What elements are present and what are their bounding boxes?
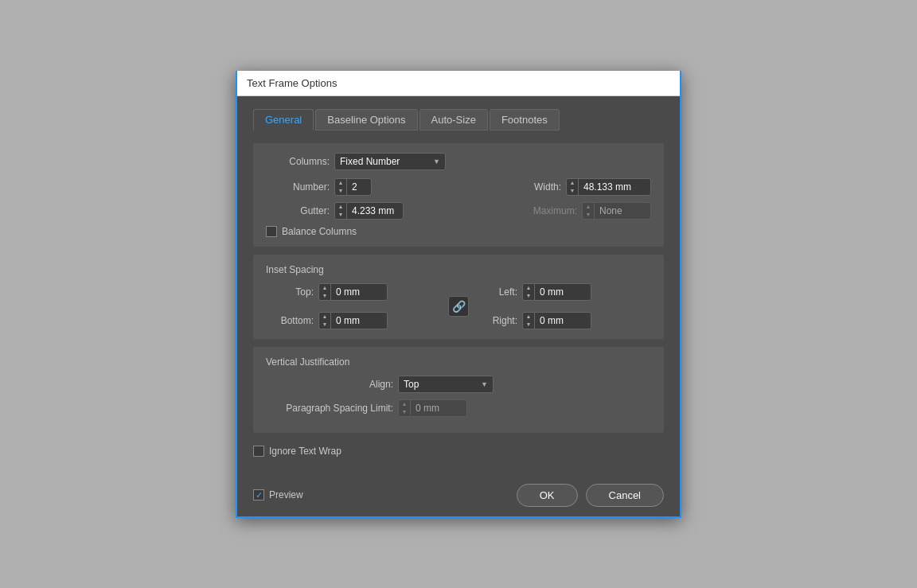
width-up-arrow[interactable]: ▲ [567, 179, 578, 187]
spacing-arrows[interactable]: ▲ ▼ [399, 400, 411, 416]
maximum-spinner[interactable]: ▲ ▼ None [582, 202, 651, 220]
inset-title: Inset Spacing [266, 264, 651, 275]
spacing-input[interactable]: 0 mm [411, 403, 466, 414]
dialog-title: Text Frame Options [247, 77, 337, 89]
spacing-limit-row: Paragraph Spacing Limit: ▲ ▼ 0 mm [266, 399, 651, 417]
number-down-arrow[interactable]: ▼ [335, 187, 346, 195]
gutter-col: Gutter: ▲ ▼ 4.233 mm [266, 202, 458, 220]
preview-section: ✓ Preview [253, 489, 517, 500]
left-spinner[interactable]: ▲ ▼ 0 mm [522, 283, 591, 301]
tab-footnotes[interactable]: Footnotes [490, 109, 560, 130]
spacing-down-arrow[interactable]: ▼ [399, 408, 410, 416]
right-up-arrow[interactable]: ▲ [523, 313, 534, 321]
align-dropdown[interactable]: Top ▼ [398, 376, 494, 393]
bottom-spinner[interactable]: ▲ ▼ 0 mm [318, 312, 388, 329]
top-arrows[interactable]: ▲ ▼ [319, 284, 331, 300]
width-col: Width: ▲ ▼ 48.133 mm [458, 178, 651, 196]
ok-button[interactable]: OK [517, 484, 578, 507]
left-up-arrow[interactable]: ▲ [523, 284, 534, 292]
width-label: Width: [505, 181, 561, 193]
right-row: Right: ▲ ▼ 0 mm [482, 312, 651, 329]
maximum-col: Maximum: ▲ ▼ None [458, 202, 651, 220]
align-chevron-icon: ▼ [481, 380, 488, 388]
align-label: Align: [266, 379, 393, 390]
maximum-arrows[interactable]: ▲ ▼ [583, 203, 595, 219]
columns-dropdown[interactable]: Fixed Number ▼ [334, 153, 446, 170]
chevron-down-icon: ▼ [433, 158, 440, 165]
top-down-arrow[interactable]: ▼ [319, 292, 330, 300]
link-icon[interactable]: 🔗 [448, 296, 469, 317]
align-value: Top [404, 379, 478, 390]
left-input[interactable]: 0 mm [535, 286, 591, 298]
tab-general[interactable]: General [253, 109, 314, 130]
width-spinner[interactable]: ▲ ▼ 48.133 mm [566, 178, 651, 196]
width-input[interactable]: 48.133 mm [579, 181, 650, 193]
bottom-input[interactable]: 0 mm [331, 315, 387, 326]
top-up-arrow[interactable]: ▲ [319, 284, 330, 292]
gutter-input[interactable]: 4.233 mm [347, 205, 403, 216]
bottom-down-arrow[interactable]: ▼ [319, 321, 330, 329]
number-arrows[interactable]: ▲ ▼ [335, 179, 347, 195]
columns-label: Columns: [266, 156, 330, 167]
tab-bar: General Baseline Options Auto-Size Footn… [253, 109, 664, 130]
gutter-maximum-row: Gutter: ▲ ▼ 4.233 mm Maximum: [266, 202, 651, 220]
ignore-wrap-label: Ignore Text Wrap [269, 446, 341, 457]
bottom-row: Bottom: ▲ ▼ 0 mm [266, 312, 435, 329]
right-down-arrow[interactable]: ▼ [523, 321, 534, 329]
top-spinner[interactable]: ▲ ▼ 0 mm [318, 283, 388, 301]
vj-title: Vertical Justification [266, 356, 651, 368]
gutter-label: Gutter: [266, 205, 330, 216]
balance-columns-row: Balance Columns [266, 226, 651, 237]
vj-section: Vertical Justification Align: Top ▼ Para… [253, 347, 664, 433]
maximum-input[interactable]: None [595, 205, 650, 216]
gutter-spinner[interactable]: ▲ ▼ 4.233 mm [334, 202, 404, 220]
number-up-arrow[interactable]: ▲ [335, 179, 346, 187]
left-row: Left: ▲ ▼ 0 mm [482, 283, 651, 301]
dialog-footer: ✓ Preview OK Cancel [237, 474, 680, 516]
number-col: Number: ▲ ▼ 2 [266, 178, 458, 196]
maximum-up-arrow[interactable]: ▲ [583, 203, 594, 211]
left-down-arrow[interactable]: ▼ [523, 292, 534, 300]
tab-baseline[interactable]: Baseline Options [315, 109, 417, 130]
gutter-arrows[interactable]: ▲ ▼ [335, 203, 347, 219]
spacing-label: Paragraph Spacing Limit: [266, 403, 393, 414]
spacing-spinner[interactable]: ▲ ▼ 0 mm [398, 399, 467, 417]
dialog-titlebar: Text Frame Options [237, 71, 680, 96]
ignore-wrap-checkbox[interactable] [253, 446, 264, 457]
number-spinner[interactable]: ▲ ▼ 2 [334, 178, 372, 196]
columns-row: Columns: Fixed Number ▼ [266, 153, 651, 170]
check-icon: ✓ [256, 490, 263, 500]
bottom-label: Bottom: [266, 315, 314, 326]
chain-icon: 🔗 [452, 300, 466, 313]
tab-autosize[interactable]: Auto-Size [419, 109, 488, 130]
cancel-button[interactable]: Cancel [586, 484, 664, 507]
align-row: Align: Top ▼ [266, 376, 651, 393]
gutter-down-arrow[interactable]: ▼ [335, 211, 346, 219]
bottom-arrows[interactable]: ▲ ▼ [319, 313, 331, 329]
top-input[interactable]: 0 mm [331, 286, 387, 298]
columns-dropdown-value: Fixed Number [340, 156, 430, 167]
balance-columns-checkbox[interactable] [266, 226, 277, 237]
preview-checkbox[interactable]: ✓ [253, 489, 264, 500]
width-arrows[interactable]: ▲ ▼ [567, 179, 579, 195]
top-row: Top: ▲ ▼ 0 mm [266, 283, 435, 301]
dialog-body: General Baseline Options Auto-Size Footn… [237, 96, 680, 474]
text-frame-options-dialog: Text Frame Options General Baseline Opti… [236, 71, 681, 518]
balance-columns-label: Balance Columns [282, 226, 357, 237]
spacing-up-arrow[interactable]: ▲ [399, 400, 410, 408]
right-arrows[interactable]: ▲ ▼ [523, 313, 535, 329]
right-spinner[interactable]: ▲ ▼ 0 mm [522, 312, 591, 329]
number-input[interactable]: 2 [347, 181, 371, 193]
maximum-label: Maximum: [521, 205, 577, 216]
left-label: Left: [482, 286, 517, 298]
footer-buttons: OK Cancel [517, 484, 664, 507]
left-arrows[interactable]: ▲ ▼ [523, 284, 535, 300]
ignore-wrap-row: Ignore Text Wrap [253, 441, 664, 461]
gutter-up-arrow[interactable]: ▲ [335, 203, 346, 211]
bottom-up-arrow[interactable]: ▲ [319, 313, 330, 321]
inset-section: Inset Spacing Top: ▲ ▼ 0 mm [253, 255, 664, 339]
right-input[interactable]: 0 mm [535, 315, 591, 326]
width-down-arrow[interactable]: ▼ [567, 187, 578, 195]
maximum-down-arrow[interactable]: ▼ [583, 211, 594, 219]
top-label: Top: [266, 286, 314, 298]
